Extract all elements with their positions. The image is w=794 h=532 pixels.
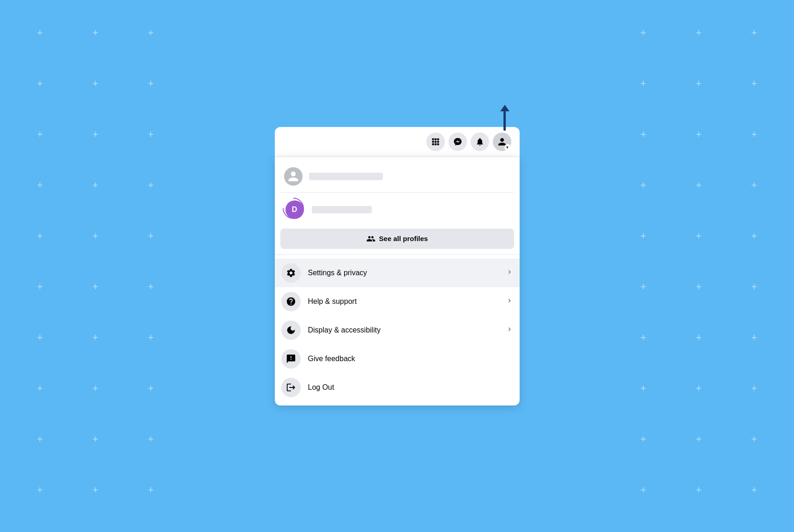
see-all-profiles-label: See all profiles <box>379 235 428 242</box>
help-label: Help & support <box>308 297 498 306</box>
messenger-icon-button[interactable] <box>449 133 467 151</box>
profile-item-2[interactable]: D <box>280 194 514 225</box>
account-icon-button[interactable]: ▾ <box>493 133 511 151</box>
bell-icon-button[interactable] <box>471 133 489 151</box>
gear-icon <box>286 268 296 278</box>
help-icon-wrapper <box>281 292 301 311</box>
feedback-icon <box>286 354 296 364</box>
display-label: Display & accessibility <box>308 326 498 334</box>
profile-divider <box>280 192 514 193</box>
user-icon-1 <box>287 170 299 182</box>
display-chevron <box>506 326 513 335</box>
profile-avatar-1 <box>284 167 303 186</box>
logout-icon-wrapper <box>281 378 301 397</box>
profile-name-2 <box>312 206 372 213</box>
arrow-shaft <box>503 110 506 131</box>
svg-rect-8 <box>437 143 439 145</box>
messenger-icon <box>453 137 462 146</box>
profiles-section: D See all profiles <box>275 157 520 255</box>
display-icon-wrapper <box>281 320 301 340</box>
people-icon <box>366 234 376 243</box>
logout-icon <box>286 382 296 393</box>
feedback-label: Give feedback <box>308 355 513 363</box>
menu-item-help[interactable]: Help & support <box>275 287 520 316</box>
dropdown-caret: ▾ <box>504 144 511 151</box>
help-chevron <box>506 297 513 306</box>
arrow-indicator <box>500 105 509 131</box>
feedback-icon-wrapper <box>281 349 301 369</box>
avatar-ring <box>278 193 308 223</box>
settings-label: Settings & privacy <box>308 269 498 277</box>
grid-icon <box>431 137 440 146</box>
svg-rect-3 <box>432 140 434 142</box>
chevron-right-icon <box>506 268 513 276</box>
grid-icon-button[interactable] <box>426 133 445 151</box>
svg-rect-7 <box>434 143 436 145</box>
profile-item-1[interactable] <box>280 163 514 190</box>
settings-icon-wrapper <box>281 263 301 283</box>
chevron-right-icon-help <box>506 297 513 304</box>
chevron-right-icon-display <box>506 326 513 333</box>
profile-avatar-2-wrapper: D <box>284 199 305 220</box>
see-all-profiles-button[interactable]: See all profiles <box>280 229 514 249</box>
question-icon <box>286 296 296 307</box>
bell-icon <box>475 137 485 146</box>
logout-label: Log Out <box>308 383 513 392</box>
menu-section: Settings & privacy Help & support <box>275 255 520 405</box>
main-container: ▾ D <box>275 127 520 405</box>
svg-rect-1 <box>434 138 436 140</box>
menu-item-logout[interactable]: Log Out <box>275 373 520 402</box>
profile-name-1 <box>309 173 383 180</box>
svg-rect-5 <box>437 140 439 142</box>
moon-icon <box>286 325 296 335</box>
svg-rect-6 <box>432 143 434 145</box>
svg-rect-2 <box>437 138 439 140</box>
menu-item-settings[interactable]: Settings & privacy <box>275 259 520 287</box>
svg-rect-4 <box>434 140 436 142</box>
dropdown-panel: D See all profiles <box>275 157 520 405</box>
menu-item-display[interactable]: Display & accessibility <box>275 316 520 345</box>
settings-chevron <box>506 268 513 278</box>
svg-rect-0 <box>432 138 434 140</box>
top-nav: ▾ <box>275 127 520 157</box>
menu-item-feedback[interactable]: Give feedback <box>275 345 520 373</box>
